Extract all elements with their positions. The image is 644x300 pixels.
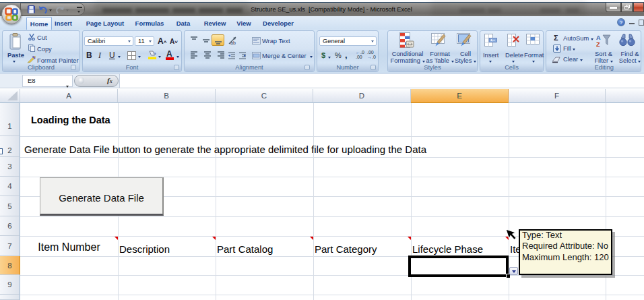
- svg-text:ab: ab: [230, 40, 236, 45]
- svg-text:Z: Z: [596, 41, 600, 48]
- svg-text:A: A: [596, 34, 601, 41]
